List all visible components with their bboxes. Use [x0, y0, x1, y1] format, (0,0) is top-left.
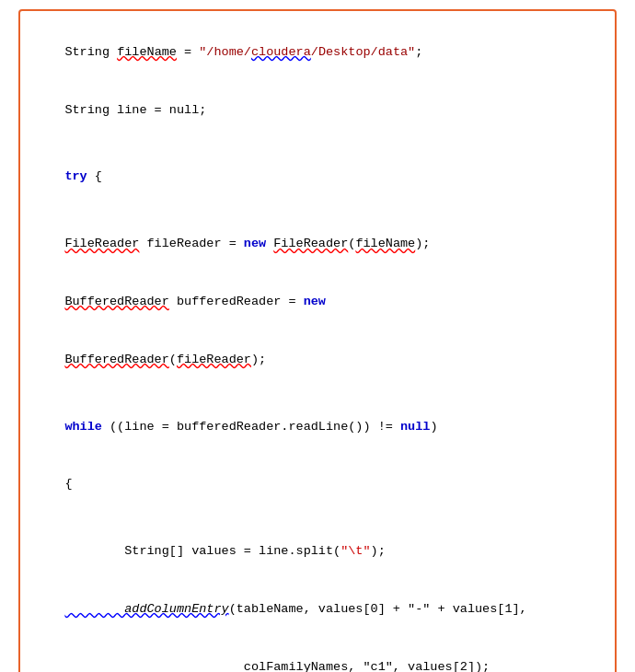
line-addcolumn2: colFamilyNames, "c1", values[2]); [35, 639, 600, 672]
text: ); [415, 237, 430, 250]
line-values: String[] values = line.split("\t"); [35, 523, 600, 581]
text: = [177, 45, 199, 59]
text: colFamilyNames, "c1", values[2]); [64, 660, 490, 672]
text: ) [430, 420, 437, 434]
keyword-null: null [400, 420, 430, 434]
text: BufferedReader [64, 353, 168, 366]
text: ); [251, 353, 266, 366]
line-brace: { [35, 456, 600, 514]
text: ; [415, 45, 422, 59]
line-bufferedreader1: BufferedReader bufferedReader = new [35, 273, 600, 331]
text: String[] values = line.split( [64, 544, 341, 558]
text: ); [371, 544, 386, 558]
text: FileReader [273, 237, 348, 250]
text: FileReader [64, 237, 139, 250]
keyword-try: try [64, 169, 87, 183]
text: ((line = bufferedReader.readLine()) != [102, 420, 400, 434]
text: "\t" [341, 544, 370, 558]
line-2: String line = null; [35, 82, 600, 140]
line-while: while ((line = bufferedReader.readLine()… [35, 399, 600, 457]
text: "/home/cloudera/Desktop/data" [199, 45, 415, 59]
code-box-1: String fileName = "/home/cloudera/Deskto… [18, 9, 617, 672]
keyword-while: while [64, 420, 102, 434]
line-filereader: FileReader fileReader = new FileReader(f… [35, 215, 600, 273]
keyword-new: new [244, 237, 266, 250]
text: BufferedReader [64, 295, 168, 308]
text: { [64, 477, 72, 491]
line-1: String fileName = "/home/cloudera/Deskto… [35, 24, 600, 82]
text: fileReader [177, 353, 251, 366]
text: fileName [117, 45, 177, 59]
text: addColumnEntry [64, 602, 228, 616]
text: fileReader = [139, 237, 243, 250]
text: ( [169, 353, 177, 366]
text: String line = null; [64, 103, 206, 117]
line-addcolumn1: addColumnEntry(tableName, values[0] + "-… [35, 581, 600, 639]
line-bufferedreader2: BufferedReader(fileReader); [35, 331, 600, 389]
text: { [87, 169, 102, 183]
text: (tableName, values[0] + "-" + values[1], [229, 602, 527, 616]
text: String [64, 45, 117, 59]
text: bufferedReader = [169, 295, 304, 308]
keyword-new2: new [304, 295, 326, 308]
line-try: try { [35, 149, 600, 207]
text: fileName [355, 237, 415, 250]
